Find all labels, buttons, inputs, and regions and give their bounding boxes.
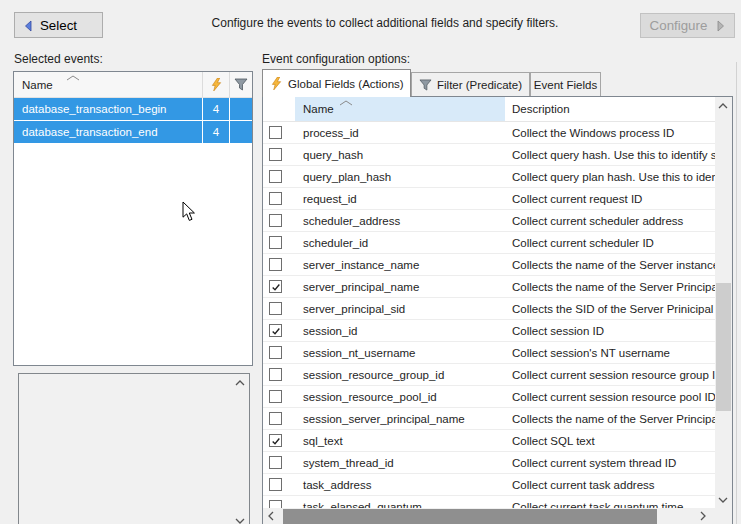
extended-events-configure-pane: Select Configure the events to collect a… <box>0 0 741 524</box>
field-description: Collect current system thread ID <box>505 452 715 473</box>
selected-events-label: Selected events: <box>14 52 103 66</box>
row-query_hash[interactable]: query_hashCollect query hash. Use this t… <box>263 144 715 166</box>
checkbox-scheduler_id[interactable] <box>269 236 282 249</box>
checkbox-process_id[interactable] <box>269 126 282 139</box>
field-description: Collect current scheduler address <box>505 210 715 231</box>
row-server_principal_sid[interactable]: server_principal_sidCollects the SID of … <box>263 298 715 320</box>
selected-events-header: Name <box>14 72 252 98</box>
name-column-header[interactable]: Name <box>14 72 203 97</box>
row-sql_text[interactable]: sql_textCollect SQL text <box>263 430 715 452</box>
horizontal-scrollbar[interactable] <box>263 508 732 524</box>
forward-arrow-icon <box>717 20 725 32</box>
select-button-label: Select <box>40 18 77 33</box>
row-session_resource_pool_id[interactable]: session_resource_pool_idCollect current … <box>263 386 715 408</box>
scroll-up-icon[interactable] <box>718 103 728 109</box>
field-description: Collects the name of the Server instance <box>505 254 715 275</box>
row-server_principal_name[interactable]: server_principal_nameCollects the name o… <box>263 276 715 298</box>
tab-label: Event Fields <box>534 79 597 91</box>
checkbox-system_thread_id[interactable] <box>269 456 282 469</box>
scroll-right-icon[interactable] <box>700 511 706 521</box>
filter-column-header[interactable] <box>230 72 252 97</box>
row-scheduler_id[interactable]: scheduler_idCollect current scheduler ID <box>263 232 715 254</box>
checkbox-server_principal_sid[interactable] <box>269 302 282 315</box>
description-scrollbar[interactable] <box>232 374 249 524</box>
name-column-header[interactable]: Name <box>295 97 505 121</box>
checkbox-scheduler_address[interactable] <box>269 214 282 227</box>
checkbox-task_elapsed_quantum[interactable] <box>269 500 282 508</box>
checkbox-sql_text[interactable] <box>269 434 282 447</box>
actions-column-header[interactable] <box>203 72 230 97</box>
event-description-box <box>18 373 250 524</box>
description-column-header[interactable]: Description <box>505 97 715 121</box>
checkbox-server_instance_name[interactable] <box>269 258 282 271</box>
row-session_id[interactable]: session_idCollect session ID <box>263 320 715 342</box>
checkbox-request_id[interactable] <box>269 192 282 205</box>
field-name: server_instance_name <box>295 254 505 275</box>
field-name: session_id <box>295 320 505 341</box>
row-request_id[interactable]: request_idCollect current request ID <box>263 188 715 210</box>
checkbox-session_nt_username[interactable] <box>269 346 282 359</box>
lightning-bolt-icon <box>211 78 222 91</box>
field-name: request_id <box>295 188 505 209</box>
select-button[interactable]: Select <box>14 12 103 38</box>
global-fields-table: Name Description process_idCollect the W… <box>262 96 733 524</box>
field-name: task_elapsed_quantum <box>295 496 505 508</box>
instruction-text: Configure the events to collect addition… <box>165 16 605 30</box>
checkbox-query_plan_hash[interactable] <box>269 170 282 183</box>
field-name: session_nt_username <box>295 342 505 363</box>
checkbox-task_address[interactable] <box>269 478 282 491</box>
row-session_nt_username[interactable]: session_nt_usernameCollect session's NT … <box>263 342 715 364</box>
field-description: Collect current task quantum time <box>505 496 715 508</box>
lightning-bolt-icon <box>271 77 282 90</box>
scroll-left-icon[interactable] <box>268 511 274 521</box>
checkbox-column-header <box>263 97 295 121</box>
field-name: task_address <box>295 474 505 495</box>
row-scheduler_address[interactable]: scheduler_addressCollect current schedul… <box>263 210 715 232</box>
row-task_elapsed_quantum[interactable]: task_elapsed_quantumCollect current task… <box>263 496 715 508</box>
sort-ascending-icon <box>66 75 80 81</box>
funnel-icon <box>234 78 248 91</box>
field-name: sql_text <box>295 430 505 451</box>
field-name: session_server_principal_name <box>295 408 505 429</box>
checkbox-session_server_principal_name[interactable] <box>269 412 282 425</box>
row-process_id[interactable]: process_idCollect the Windows process ID <box>263 122 715 144</box>
back-arrow-icon <box>24 20 32 32</box>
vertical-scrollbar[interactable] <box>715 97 732 508</box>
event-name: database_transaction_end <box>14 121 203 143</box>
checkbox-server_principal_name[interactable] <box>269 280 282 293</box>
row-system_thread_id[interactable]: system_thread_idCollect current system t… <box>263 452 715 474</box>
horizontal-scrollbar-thumb[interactable] <box>283 509 657 524</box>
configure-button[interactable]: Configure <box>640 13 735 38</box>
selected-event-row[interactable]: database_transaction_begin 4 <box>14 98 252 121</box>
checkbox-session_resource_group_id[interactable] <box>269 368 282 381</box>
scroll-down-icon[interactable] <box>235 518 245 524</box>
checkbox-session_id[interactable] <box>269 324 282 337</box>
tab-filter-predicate[interactable]: Filter (Predicate) <box>411 72 530 96</box>
row-session_server_principal_name[interactable]: session_server_principal_nameCollects th… <box>263 408 715 430</box>
field-description: Collect current request ID <box>505 188 715 209</box>
field-name: process_id <box>295 122 505 143</box>
scroll-down-icon[interactable] <box>718 497 728 503</box>
field-description: Collects the name of the Server Principa… <box>505 408 715 429</box>
field-description: Collect query plan hash. Use this to ide… <box>505 166 715 187</box>
tab-event-fields[interactable]: Event Fields <box>530 72 601 96</box>
mouse-cursor <box>182 201 196 222</box>
fields-table-header: Name Description <box>263 97 715 122</box>
field-description: Collect query hash. Use this to identify… <box>505 144 715 165</box>
field-description: Collect the Windows process ID <box>505 122 715 143</box>
row-query_plan_hash[interactable]: query_plan_hashCollect query plan hash. … <box>263 166 715 188</box>
row-server_instance_name[interactable]: server_instance_nameCollects the name of… <box>263 254 715 276</box>
selected-event-row[interactable]: database_transaction_end 4 <box>14 121 252 144</box>
checkbox-query_hash[interactable] <box>269 148 282 161</box>
checkbox-session_resource_pool_id[interactable] <box>269 390 282 403</box>
tab-global-fields[interactable]: Global Fields (Actions) <box>262 69 411 97</box>
fields-rows: process_idCollect the Windows process ID… <box>263 122 715 508</box>
field-description: Collects the name of the Server Principa… <box>505 276 715 297</box>
vertical-scrollbar-thumb[interactable] <box>716 283 731 411</box>
row-task_address[interactable]: task_addressCollect current task address <box>263 474 715 496</box>
field-description: Collect current session resource group I… <box>505 364 715 385</box>
field-name: server_principal_name <box>295 276 505 297</box>
event-actions-count: 4 <box>203 98 230 120</box>
row-session_resource_group_id[interactable]: session_resource_group_idCollect current… <box>263 364 715 386</box>
scroll-up-icon[interactable] <box>235 380 245 386</box>
